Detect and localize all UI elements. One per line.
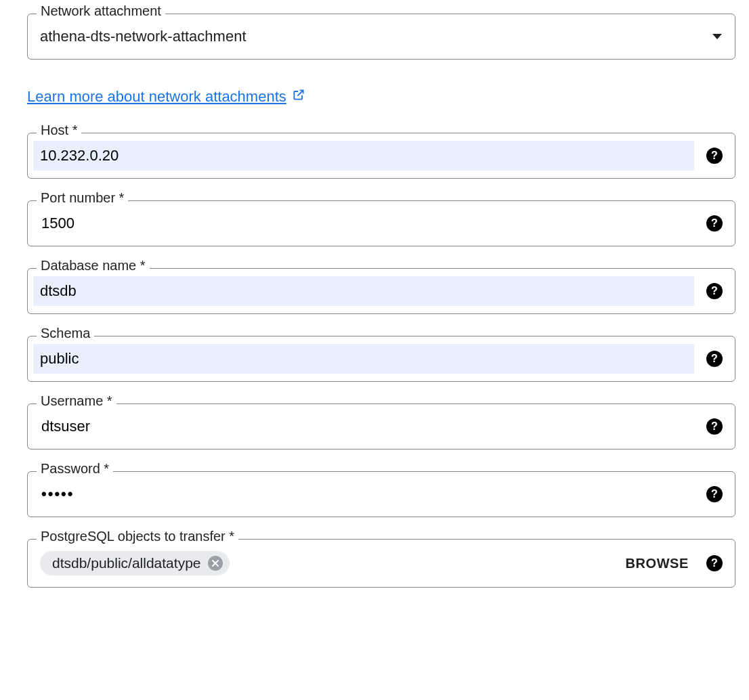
host-field: Host * ? [27,133,735,179]
help-icon[interactable]: ? [706,215,723,232]
help-icon[interactable]: ? [706,351,723,367]
help-icon[interactable]: ? [706,486,723,502]
network-attachment-label: Network attachment [37,4,165,18]
network-attachment-field: Network attachment athena-dts-network-at… [27,14,735,60]
learn-more-link[interactable]: Learn more about network attachments [27,88,305,106]
objects-label: PostgreSQL objects to transfer * [37,529,238,543]
username-field: Username * ? [27,403,735,450]
host-input[interactable] [33,141,694,171]
learn-more-text: Learn more about network attachments [27,88,286,106]
port-field: Port number * ? [27,200,735,246]
port-label: Port number * [37,191,128,204]
help-icon[interactable]: ? [706,148,723,164]
help-icon[interactable]: ? [706,555,723,571]
schema-field: Schema ? [27,336,735,382]
schema-input[interactable] [33,344,694,374]
host-label: Host * [37,123,81,137]
database-input[interactable] [33,276,694,306]
objects-field: PostgreSQL objects to transfer * dtsdb/p… [27,539,735,588]
chevron-down-icon [712,30,723,43]
database-field: Database name * ? [27,268,735,314]
object-chip-text: dtsdb/public/alldatatype [52,555,201,571]
help-icon[interactable]: ? [706,418,723,435]
network-attachment-value: athena-dts-network-attachment [40,28,712,45]
password-input[interactable] [40,485,698,504]
external-link-icon [292,88,305,106]
password-label: Password * [37,462,113,475]
help-icon[interactable]: ? [706,283,723,299]
port-input[interactable] [40,214,698,233]
database-label: Database name * [37,259,150,272]
network-attachment-select[interactable]: athena-dts-network-attachment [27,14,735,60]
username-input[interactable] [40,417,698,436]
schema-label: Schema [37,326,94,340]
password-field: Password * ? [27,471,735,517]
close-icon[interactable] [208,556,223,571]
username-label: Username * [37,394,116,408]
browse-button[interactable]: BROWSE [625,556,689,571]
object-chip: dtsdb/public/alldatatype [40,551,230,575]
